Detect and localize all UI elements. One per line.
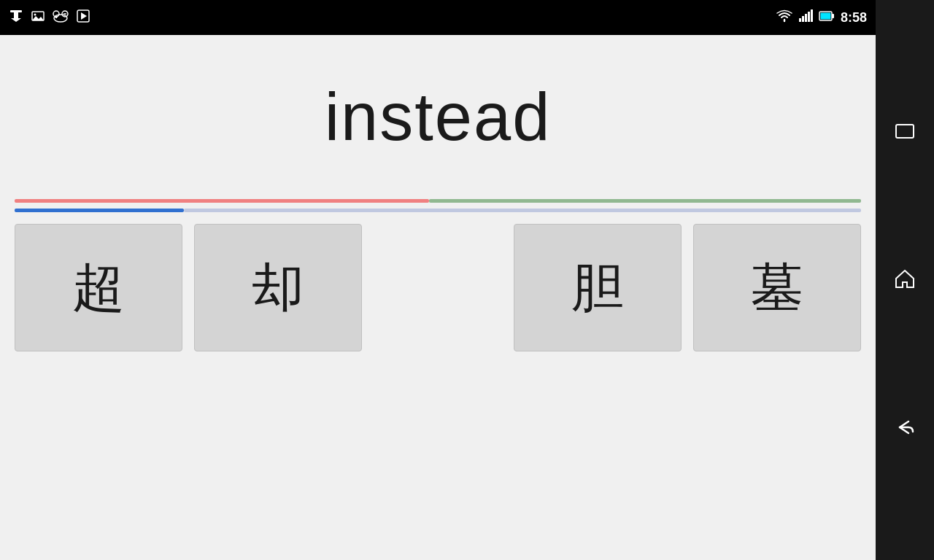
svg-rect-21 [832, 14, 834, 18]
answer-button-4[interactable]: 墓 [693, 224, 861, 351]
svg-rect-15 [799, 18, 801, 22]
progress-row-1 [15, 199, 861, 203]
main-content: instead 超 却 胆 墓 [0, 35, 876, 560]
svg-rect-1 [14, 12, 18, 18]
answer-button-1[interactable]: 超 [15, 224, 182, 351]
svg-rect-22 [820, 13, 830, 20]
svg-point-11 [63, 13, 65, 15]
svg-rect-16 [802, 16, 804, 22]
progress-row-2 [15, 209, 861, 212]
status-bar: 8:58 [0, 0, 876, 35]
status-time: 8:58 [841, 10, 867, 26]
svg-marker-24 [896, 271, 914, 287]
progress-bar-blue-filled [15, 209, 184, 212]
svg-marker-5 [32, 16, 44, 20]
play-icon [76, 9, 90, 26]
word-display: instead [325, 79, 552, 155]
progress-bar-pink [15, 199, 429, 203]
word-area: instead [0, 35, 876, 199]
status-left-icons [9, 9, 90, 26]
svg-point-12 [65, 13, 66, 15]
svg-rect-23 [896, 125, 914, 138]
download-icon [9, 9, 23, 26]
svg-rect-0 [10, 10, 22, 12]
image-icon [31, 9, 45, 26]
svg-rect-18 [808, 12, 810, 22]
progress-bar-green [429, 199, 861, 203]
svg-marker-14 [81, 12, 87, 20]
battery-icon [819, 9, 835, 26]
svg-rect-17 [805, 14, 807, 22]
buttons-area: 超 却 胆 墓 [0, 224, 876, 351]
progress-bar-blue-empty [184, 209, 861, 212]
svg-rect-19 [811, 9, 813, 22]
back-button[interactable] [894, 417, 916, 438]
navigation-bar [876, 0, 934, 560]
home-button[interactable] [894, 268, 916, 289]
svg-marker-2 [11, 18, 21, 22]
recent-apps-button[interactable] [894, 122, 916, 140]
svg-point-4 [34, 14, 36, 16]
wifi-icon [776, 9, 792, 26]
signal-icon [798, 9, 813, 26]
svg-rect-10 [55, 16, 57, 18]
answer-button-3[interactable]: 胆 [514, 224, 682, 351]
progress-area [0, 199, 876, 212]
status-right-icons: 8:58 [776, 9, 867, 26]
gamepad-icon [53, 9, 69, 26]
answer-button-2[interactable]: 却 [194, 224, 362, 351]
